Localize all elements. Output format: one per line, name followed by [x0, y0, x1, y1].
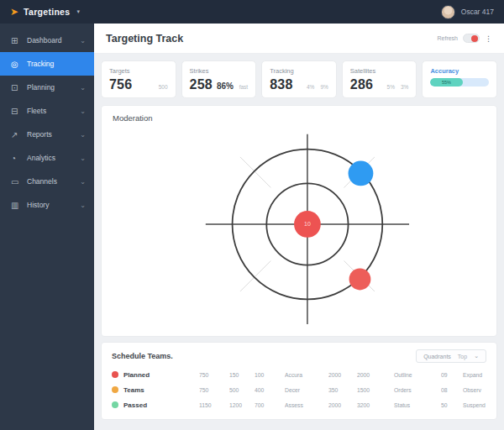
stat-value: 838 [270, 77, 292, 92]
stat-sub: 3% [401, 84, 408, 90]
avatar[interactable] [441, 5, 455, 19]
trend-icon: ↗ [11, 130, 23, 139]
chevron-down-icon: ⌄ [474, 353, 479, 359]
table-cell: Suspend [463, 402, 486, 408]
table-cell: 1500 [357, 387, 394, 393]
table-cell: 2000 [328, 402, 357, 408]
sidebar-item-planning[interactable]: ⊡ Planning ⌄ [0, 76, 94, 99]
table-cell: Status [394, 402, 441, 408]
table-cell: 350 [328, 387, 357, 393]
brand-name: Targetines [24, 7, 70, 17]
stat-sub: 5% [387, 84, 395, 90]
table-cell: 400 [255, 387, 285, 393]
pie-icon: ◔ [11, 154, 23, 163]
box-icon: ▥ [11, 201, 23, 210]
brand[interactable]: ➤ Targetines ▾ [10, 7, 80, 17]
table-cell: 100 [255, 372, 285, 378]
row-name: Teams [123, 386, 144, 394]
table-cell: 08 [441, 387, 463, 393]
table-row[interactable]: Planned 750 150 100 Accura 2000 2000 Out… [112, 367, 486, 382]
dropdown-value: Top [458, 354, 467, 359]
table-cell: Orders [394, 387, 441, 393]
sidebar: ⊞ Dashboard ⌄ ◎ Tracking ⊡ Planning ⌄ ⊟ … [0, 24, 94, 430]
table-cell: 750 [199, 372, 229, 378]
stat-value: 286 [350, 77, 373, 92]
target-chart-panel: Moderation 10 [101, 105, 497, 337]
stat-label: Satellites [350, 67, 409, 75]
stat-strong-sub: 86% [217, 81, 234, 91]
stats-row: Targets 756 500 Strikes 258 86% fast Tra… [101, 60, 497, 98]
sidebar-item-label: Analytics [27, 154, 80, 162]
accuracy-progress-fill: 55% [430, 78, 462, 87]
stat-value: 258 [190, 77, 213, 92]
table-cell: 500 [229, 387, 255, 393]
row-name: Passed [123, 401, 147, 409]
status-dot-orange [112, 386, 118, 393]
table-row[interactable]: Passed 1150 1200 700 Assess 2000 3200 St… [112, 397, 486, 412]
chevron-down-icon: ⌄ [80, 178, 86, 186]
table-row[interactable]: Teams 750 500 400 Decer 350 1500 Orders … [112, 382, 486, 397]
row-name: Planned [123, 371, 150, 379]
table-cell: 09 [441, 372, 463, 378]
brand-caret-icon: ▾ [76, 8, 80, 15]
stat-card-targets: Targets 756 500 [101, 60, 176, 98]
sidebar-item-fleets[interactable]: ⊟ Fleets ⌄ [0, 99, 94, 123]
svg-text:10: 10 [304, 221, 311, 227]
user-menu[interactable]: Oscar 417 [441, 5, 494, 19]
stat-label: Tracking [270, 67, 328, 75]
chevron-down-icon: ⌄ [80, 108, 86, 115]
sidebar-item-label: Dashboard [27, 36, 80, 45]
table-cell: 2000 [328, 372, 357, 378]
content-header: Targeting Track Refresh ⋮ [94, 24, 504, 54]
table-title: Schedule Teams. [112, 352, 173, 360]
dashboard-icon: ⊞ [11, 36, 23, 45]
layers-icon: ▭ [11, 177, 23, 186]
stat-card-tracking: Tracking 838 4% 9% [261, 60, 337, 98]
stat-label: Targets [109, 67, 168, 75]
stat-label: Strikes [190, 67, 249, 75]
chevron-down-icon: ⌄ [80, 84, 86, 92]
refresh-label: Refresh [437, 35, 458, 41]
sidebar-item-label: Reports [27, 130, 80, 139]
sidebar-item-label: Fleets [27, 107, 80, 115]
sidebar-item-label: Channels [27, 177, 80, 186]
table-cell: 1200 [229, 402, 255, 408]
stat-sub: 9% [320, 84, 328, 90]
refresh-toggle[interactable] [463, 34, 480, 43]
stat-sub: fast [239, 84, 248, 90]
quadrants-dropdown[interactable]: Quadrants Top ⌄ [416, 349, 486, 363]
brand-arrow-icon: ➤ [10, 7, 18, 17]
sidebar-item-analytics[interactable]: ◔ Analytics ⌄ [0, 146, 94, 170]
sidebar-item-reports[interactable]: ↗ Reports ⌄ [0, 123, 94, 146]
table-cell: 1150 [199, 402, 229, 408]
user-name: Oscar 417 [461, 8, 494, 16]
sidebar-item-label: History [27, 201, 80, 209]
table-cell: 700 [255, 402, 285, 408]
table-cell: Decer [285, 387, 328, 393]
sidebar-item-channels[interactable]: ▭ Channels ⌄ [0, 170, 94, 193]
monitor-icon: ⊡ [11, 83, 23, 92]
chevron-down-icon: ⌄ [80, 155, 86, 162]
table-cell: Assess [285, 402, 328, 408]
target-chart[interactable]: 10 [102, 106, 496, 336]
kebab-menu-icon[interactable]: ⋮ [485, 34, 492, 43]
chevron-down-icon: ⌄ [80, 202, 86, 209]
stat-value: 756 [109, 77, 132, 92]
page-title: Targeting Track [106, 33, 183, 45]
accuracy-progress-track: 55% [430, 78, 489, 87]
sidebar-item-dashboard[interactable]: ⊞ Dashboard ⌄ [0, 29, 94, 52]
sidebar-item-label: Planning [27, 83, 80, 92]
status-dot-red [112, 371, 118, 378]
stat-label: Accuracy [430, 67, 489, 75]
table-cell: 3200 [357, 402, 394, 408]
stat-card-accuracy: Accuracy 55% [422, 60, 497, 98]
table-cell: 750 [199, 387, 229, 393]
status-dot-green [112, 401, 118, 408]
table-cell: Outline [394, 372, 441, 378]
stat-card-satellites: Satellites 286 5% 3% [342, 60, 417, 98]
stat-card-strikes: Strikes 258 86% fast [181, 60, 257, 98]
schedule-table-panel: Schedule Teams. Quadrants Top ⌄ Planned … [101, 342, 497, 420]
sidebar-item-history[interactable]: ▥ History ⌄ [0, 193, 94, 217]
sidebar-item-tracking[interactable]: ◎ Tracking [0, 52, 94, 76]
toggle-knob [471, 35, 478, 42]
